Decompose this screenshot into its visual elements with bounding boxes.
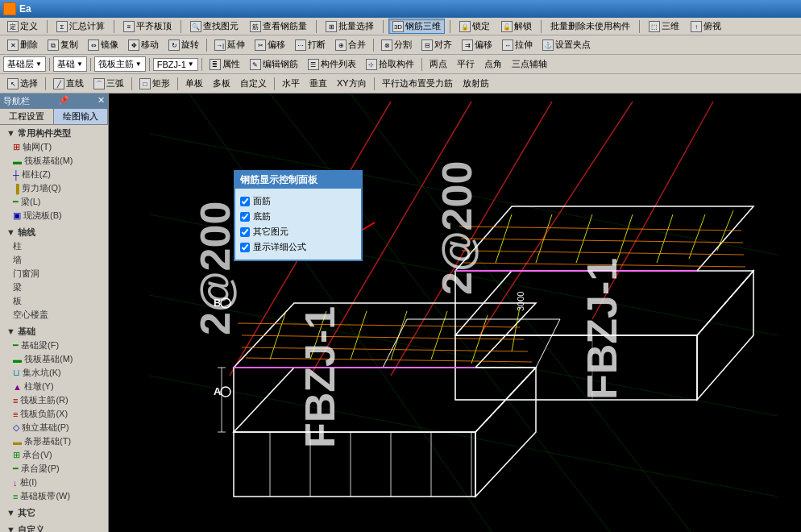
sidebar-item-frame-col[interactable]: ┼ 框柱(Z) [6,168,105,181]
canvas-area[interactable]: A B 2@200 2@200 FBZJ-1 FBZJ-1 4800 3000 … [109,94,801,532]
shearwall-label: 剪力墙(Q) [22,182,61,194]
checkbox-mian-input[interactable] [240,197,250,206]
btn-rebar-3d[interactable]: 3D钢筋三维 [388,19,445,34]
btn-break[interactable]: ⋯打断 [291,37,330,52]
sidebar-item-beam2[interactable]: 梁 [6,281,105,294]
checkbox-other-input[interactable] [240,227,250,237]
checkbox-formula-input[interactable] [240,243,250,252]
btn-batch-select[interactable]: ⊞批量选择 [322,19,378,34]
checkbox-mian-jin[interactable]: 面筋 [240,193,356,209]
btn-vertical[interactable]: 垂直 [305,76,331,91]
tab-engineering-setup[interactable]: 工程设置 [0,109,54,124]
btn-set-grip[interactable]: ⚓设置夹点 [538,37,595,52]
group-title-foundation[interactable]: ▼ 基础 [3,325,105,339]
btn-join[interactable]: ⊕合并 [331,37,370,52]
sidebar-item-pile-cap[interactable]: ⊞ 承台(V) [6,448,105,462]
sidebar-item-col[interactable]: 柱 [6,239,105,253]
category-dropdown[interactable]: 筏板主筋 ▼ [94,56,146,72]
btn-radial[interactable]: 放射筋 [459,76,493,91]
btn-line[interactable]: ╱直线 [49,76,88,91]
btn-three-point-aux[interactable]: 三点辅轴 [508,56,551,72]
btn-view-rebar[interactable]: 筋查看钢筋量 [246,19,311,34]
btn-edit-rebar[interactable]: ✎编辑钢筋 [246,56,302,72]
sidebar-item-mat-found[interactable]: ▬ 筏板基础(M) [6,154,105,168]
btn-rotate[interactable]: ↻旋转 [164,37,203,52]
btn-copy[interactable]: ⧉复制 [44,37,82,52]
sidebar-item-door[interactable]: 门窗洞 [6,267,105,281]
group-title-common[interactable]: ▼ 常用构件类型 [3,127,105,140]
sidebar-item-wall[interactable]: 墙 [6,253,105,267]
tab-drawing-input[interactable]: 绘图输入 [54,109,108,124]
btn-move[interactable]: ✥移动 [124,37,163,52]
sidebar-item-slab[interactable]: 板 [6,294,105,308]
layer-arrow: ▼ [35,60,42,68]
matrebarB-label: 筏板负筋(X) [20,408,68,420]
btn-parallel-edge[interactable]: 平行边布置受力筋 [378,76,457,91]
btn-find-elem[interactable]: 🔍查找图元 [186,19,243,34]
nav-close-btn[interactable]: ✕ [98,95,105,107]
btn-custom[interactable]: 自定义 [236,76,271,91]
sidebar-item-isolated-found[interactable]: ◇ 独立基础(P) [6,421,105,434]
main-layout: 导航栏 📌 ✕ 工程设置 绘图输入 ▼ 常用构件类型 ⊞ 轴网(T) ▬ 筏板基… [0,94,801,532]
btn-unlock[interactable]: 🔓解锁 [497,19,536,34]
btn-batch-del[interactable]: 批量删除未使用构件 [546,19,634,34]
btn-offset[interactable]: ⇉偏移 [458,37,496,52]
btn-arc[interactable]: ⌒三弧 [89,76,128,91]
group-title-axis[interactable]: ▼ 轴线 [3,226,105,239]
sidebar-item-found-beam[interactable]: ━ 基础梁(F) [6,339,105,352]
btn-3d[interactable]: ⬚三维 [645,19,683,34]
sidebar-item-cap-beam[interactable]: ━ 承台梁(P) [6,462,105,476]
sidebar-item-mat-rebar-bot[interactable]: ≡ 筏板负筋(X) [6,407,105,421]
sidebar-item-mat-rebar-top[interactable]: ≡ 筏板主筋(R) [6,393,105,407]
sidebar-item-pile[interactable]: ↓ 桩(I) [6,476,105,489]
btn-multi-slab[interactable]: 多板 [209,76,234,91]
btn-xy-dir[interactable]: XY方向 [333,76,371,91]
btn-align[interactable]: ⊟对齐 [417,37,456,52]
matfound2-icon: ▬ [13,355,22,364]
btn-parallel[interactable]: 平行 [453,56,479,72]
sidebar-item-shear-wall[interactable]: ▐ 剪力墙(Q) [6,181,105,195]
sidebar-item-strip-found[interactable]: ▬ 条形基础(T) [6,434,105,448]
btn-comp-list[interactable]: ☰构件列表 [304,56,360,72]
btn-select[interactable]: ↖选择 [3,76,42,91]
btn-extend[interactable]: →|延伸 [210,37,249,52]
btn-stretch[interactable]: ↔拉伸 [498,37,537,52]
floating-panel-title[interactable]: 钢筋显示控制面板 [235,172,361,189]
btn-calc[interactable]: Σ汇总计算 [52,19,109,34]
btn-two-point[interactable]: 两点 [425,56,451,72]
checkbox-di-input[interactable] [240,212,250,222]
sidebar-item-col-pedestal[interactable]: ▲ 柱墩(Y) [6,380,105,393]
btn-top-view[interactable]: ↑俯视 [687,19,725,34]
group-title-other[interactable]: ▼ 其它 [3,506,105,520]
layer-dropdown[interactable]: 基础层 ▼ [3,56,46,72]
group-title-custom[interactable]: ▼ 自定义 [3,523,105,532]
sidebar-item-axis[interactable]: ⊞ 轴网(T) [6,140,105,154]
sidebar-item-beam[interactable]: ━ 梁(L) [6,195,105,209]
subtype-dropdown[interactable]: 基础 ▼ [53,56,87,72]
btn-property[interactable]: ≣属性 [205,56,244,72]
checkbox-other-elem[interactable]: 其它图元 [240,224,356,239]
btn-split[interactable]: ⊗分割 [377,37,416,52]
btn-horizontal[interactable]: 水平 [278,76,304,91]
btn-define[interactable]: 定定义 [3,19,42,34]
btn-rect[interactable]: □矩形 [135,76,174,91]
btn-single-slab[interactable]: 单板 [181,76,207,91]
sidebar-item-mat-found2[interactable]: ▬ 筏板基础(M) [6,352,105,366]
btn-lock[interactable]: 🔒锁定 [455,19,494,34]
component-dropdown[interactable]: FBZJ-1 ▼ [153,58,198,71]
grip-icon: ⚓ [542,39,554,51]
btn-point-angle[interactable]: 点角 [480,56,506,72]
btn-mirror[interactable]: ⇔镜像 [84,37,122,52]
checkbox-detail-formula[interactable]: 显示详细公式 [240,239,356,255]
btn-delete[interactable]: ✕删除 [3,37,42,52]
sidebar-item-sump[interactable]: ⊔ 集水坑(K) [6,366,105,380]
sidebar-item-found-strip-band[interactable]: ≡ 基础板带(W) [6,489,105,503]
btn-trim[interactable]: ✂偏移 [251,37,289,52]
sidebar-item-cast-slab[interactable]: ▣ 现浇板(B) [6,209,105,222]
sidebar-item-hollow[interactable]: 空心楼盖 [6,308,105,322]
checkbox-di-jin[interactable]: 底筋 [240,209,356,224]
btn-pick-comp[interactable]: ⊹拾取构件 [362,56,418,72]
btn-align-top[interactable]: ≡平齐板顶 [119,19,176,34]
nav-pin-btn[interactable]: 📌 [58,95,69,107]
section-other: ▼ 其它 [0,505,108,522]
